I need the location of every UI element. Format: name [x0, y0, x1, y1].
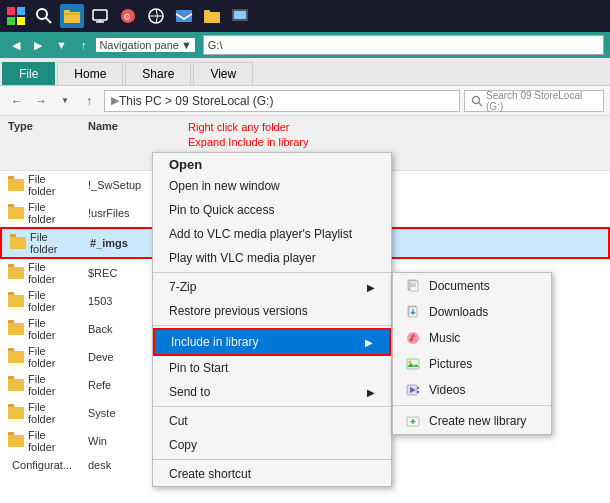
up-button[interactable]: ↑ — [78, 90, 100, 112]
svg-rect-7 — [64, 10, 70, 13]
music-icon — [405, 330, 421, 346]
type-column-header[interactable]: Type — [0, 118, 80, 168]
recent-button[interactable]: ▼ — [54, 90, 76, 112]
dropdown-arrow: ▼ — [181, 39, 192, 51]
pictures-icon — [405, 356, 421, 372]
submenu-videos[interactable]: Videos — [393, 377, 551, 403]
tab-share[interactable]: Share — [125, 62, 191, 85]
taskbar-icon-8[interactable] — [228, 4, 252, 28]
svg-rect-8 — [93, 10, 107, 20]
tab-view[interactable]: View — [193, 62, 253, 85]
back-button[interactable]: ← — [6, 90, 28, 112]
annotation-line1: Right click any folder — [188, 120, 602, 135]
ctx-arrow-sendto: ▶ — [367, 387, 375, 398]
ctx-arrow-7zip: ▶ — [367, 282, 375, 293]
ctx-create-shortcut[interactable]: Create shortcut — [153, 462, 391, 486]
ctx-arrow-include: ▶ — [365, 337, 373, 348]
taskbar-icon-4[interactable]: ⚙ — [116, 4, 140, 28]
svg-rect-1 — [17, 7, 25, 15]
ctx-separator-4 — [153, 459, 391, 460]
ribbon-nav-forward[interactable]: ▶ — [28, 37, 48, 54]
ribbon-nav-up[interactable]: ↑ — [75, 37, 93, 53]
taskbar-icon-5[interactable] — [144, 4, 168, 28]
svg-point-4 — [37, 9, 47, 19]
svg-point-30 — [407, 332, 419, 344]
ctx-cut[interactable]: Cut — [153, 409, 391, 433]
tab-bar: File Home Share View — [0, 58, 610, 86]
svg-rect-37 — [417, 391, 419, 393]
ctx-separator-1 — [153, 272, 391, 273]
ctx-copy[interactable]: Copy — [153, 433, 391, 457]
breadcrumb: This PC > 09 StoreLocal (G:) — [119, 94, 273, 108]
svg-rect-16 — [204, 10, 210, 13]
ctx-restore-versions[interactable]: Restore previous versions — [153, 299, 391, 323]
videos-icon — [405, 382, 421, 398]
svg-point-19 — [473, 96, 480, 103]
submenu-downloads[interactable]: Downloads — [393, 299, 551, 325]
annotation-line2: Expand Include in library — [188, 135, 602, 150]
file-explorer-icon[interactable] — [60, 4, 84, 28]
svg-rect-2 — [7, 17, 15, 25]
taskbar: ⚙ — [0, 0, 610, 32]
ctx-pin-quick-access[interactable]: Pin to Quick access — [153, 198, 391, 222]
drive-path[interactable]: G:\ — [203, 35, 604, 55]
ribbon-nav-back[interactable]: ◀ — [6, 37, 26, 54]
create-library-icon — [405, 413, 421, 429]
ctx-send-to[interactable]: Send to ▶ — [153, 380, 391, 404]
ctx-separator-3 — [153, 406, 391, 407]
tab-home[interactable]: Home — [57, 62, 123, 85]
ctx-separator-2 — [153, 325, 391, 326]
ctx-7zip[interactable]: 7-Zip ▶ — [153, 275, 391, 299]
submenu-create-library[interactable]: Create new library — [393, 408, 551, 434]
submenu-pictures[interactable]: Pictures — [393, 351, 551, 377]
svg-rect-32 — [407, 359, 419, 369]
tab-file[interactable]: File — [2, 62, 55, 85]
search-box[interactable]: Search 09 StoreLocal (G:) — [464, 90, 604, 112]
svg-rect-18 — [234, 11, 246, 19]
search-placeholder: Search 09 StoreLocal (G:) — [486, 90, 597, 112]
navigation-pane-label: Navigation pane — [99, 39, 179, 51]
svg-rect-15 — [204, 12, 220, 23]
svg-rect-0 — [7, 7, 15, 15]
context-menu: Open Open in new window Pin to Quick acc… — [152, 152, 392, 487]
ctx-open-header: Open — [153, 153, 391, 174]
search-taskbar-icon[interactable] — [32, 4, 56, 28]
forward-button[interactable]: → — [30, 90, 52, 112]
ribbon-nav-recent[interactable]: ▼ — [50, 37, 73, 53]
ctx-include-library[interactable]: Include in library ▶ — [153, 328, 391, 356]
taskbar-icon-6[interactable] — [172, 4, 196, 28]
downloads-icon — [405, 304, 421, 320]
submenu-separator — [393, 405, 551, 406]
documents-icon — [405, 278, 421, 294]
taskbar-icon-7[interactable] — [200, 4, 224, 28]
submenu-documents[interactable]: Documents — [393, 273, 551, 299]
svg-rect-3 — [17, 17, 25, 25]
svg-point-31 — [410, 339, 413, 342]
taskbar-icon-3[interactable] — [88, 4, 112, 28]
ctx-add-vlc-playlist[interactable]: Add to VLC media player's Playlist — [153, 222, 391, 246]
ctx-open-new-window[interactable]: Open in new window — [153, 174, 391, 198]
svg-line-5 — [46, 18, 51, 23]
submenu-include-library: Documents Downloads Music Pictures Video… — [392, 272, 552, 435]
submenu-music[interactable]: Music — [393, 325, 551, 351]
svg-line-20 — [479, 103, 482, 106]
address-path[interactable]: ▶ This PC > 09 StoreLocal (G:) — [104, 90, 460, 112]
svg-rect-36 — [417, 387, 419, 389]
ctx-pin-start[interactable]: Pin to Start — [153, 356, 391, 380]
ctx-play-vlc[interactable]: Play with VLC media player — [153, 246, 391, 270]
start-button[interactable] — [4, 4, 28, 28]
ribbon-bar: ◀ ▶ ▼ ↑ Navigation pane ▼ G:\ — [0, 32, 610, 58]
svg-text:⚙: ⚙ — [123, 12, 131, 22]
address-bar: ← → ▼ ↑ ▶ This PC > 09 StoreLocal (G:) S… — [0, 86, 610, 116]
